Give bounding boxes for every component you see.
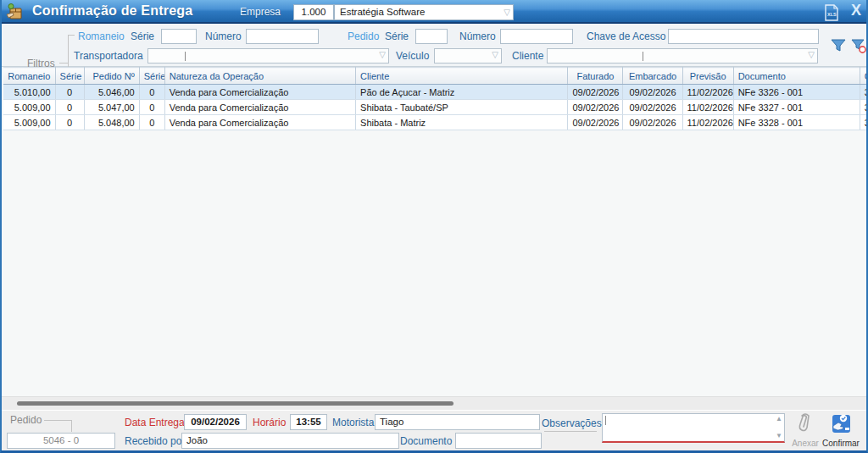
table-cell: 5.010,00 (3, 85, 55, 100)
filter-bar: Filtros Romaneio Série Número Pedido Sér… (2, 24, 866, 67)
pedido-numero-input[interactable] (500, 29, 573, 44)
table-cell: 35. (860, 100, 866, 115)
table-cell: 09/02/2026 (623, 115, 682, 130)
column-header[interactable]: Previsão (682, 68, 733, 85)
observacoes-label: Observações (542, 417, 602, 429)
documento-label: Documento (400, 435, 452, 447)
table-cell: 0 (139, 85, 164, 100)
table-cell: 0 (55, 85, 84, 100)
column-header[interactable]: Natureza da Operação (164, 68, 355, 85)
table-cell: 09/02/2026 (568, 115, 623, 130)
table-cell: 11/02/2026 (682, 100, 733, 115)
horizontal-scrollbar[interactable] (2, 396, 866, 411)
table-cell: 5.009,00 (3, 100, 55, 115)
pedido-serie-input[interactable] (415, 29, 448, 44)
apply-filter-icon[interactable] (830, 37, 847, 54)
data-entrega-input[interactable]: 09/02/2026 (184, 414, 247, 430)
empresa-select[interactable]: Estratégia Software ▽ (334, 4, 514, 20)
text-caret (605, 416, 606, 425)
titlebar: Confirmação de Entrega Empresa 1.000 Est… (0, 0, 868, 24)
confirmar-label: Confirmar (822, 439, 860, 448)
scrollbar-thumb[interactable] (17, 401, 453, 406)
romaneio-serie-input[interactable] (161, 29, 197, 44)
horario-input[interactable]: 13:55 (290, 414, 327, 430)
table-cell: Venda para Comercialização (164, 85, 355, 100)
table-cell: 09/02/2026 (623, 85, 682, 100)
table-cell: 0 (139, 115, 164, 130)
chave-acesso-label: Chave de Acesso (587, 30, 665, 42)
column-header[interactable]: Documento (733, 68, 860, 85)
table-cell: 5.009,00 (3, 115, 55, 130)
pedido-numero-label: Número (459, 30, 496, 42)
table-cell: 09/02/2026 (623, 100, 682, 115)
table-row[interactable]: 5.009,0005.047,000Venda para Comercializ… (3, 100, 866, 115)
empresa-label: Empresa (240, 6, 281, 18)
table-cell: Pão de Açucar - Matriz (356, 85, 568, 100)
chevron-down-icon: ▽ (492, 50, 498, 59)
table-row[interactable]: 5.010,0005.046,000Venda para Comercializ… (3, 85, 866, 100)
close-icon[interactable]: X (848, 2, 865, 20)
chevron-down-icon: ▽ (379, 50, 386, 59)
table-cell: NFe 3326 - 001 (733, 85, 860, 100)
confirmar-button[interactable]: Confirmar (822, 412, 860, 450)
svg-text:XLS: XLS (827, 12, 837, 17)
column-header[interactable]: Cl (860, 68, 866, 85)
text-caret (643, 52, 643, 61)
footer-panel: Pedido 5046 - 0 Data Entrega 09/02/2026 … (2, 410, 866, 451)
column-header[interactable]: Série (139, 68, 164, 85)
transportadora-select[interactable]: ▽ (147, 48, 389, 64)
scroll-down-icon[interactable]: ▼ (776, 433, 782, 439)
export-xls-icon[interactable]: XLS (824, 4, 839, 21)
pedido-group-label: Pedido (10, 414, 42, 426)
column-header[interactable]: Série (55, 68, 84, 85)
window-title: Confirmação de Entrega (32, 3, 192, 19)
table-cell: NFe 3327 - 001 (733, 100, 860, 115)
pedido-number-field[interactable]: 5046 - 0 (7, 433, 115, 449)
documento-input[interactable] (455, 433, 542, 449)
table-cell: 09/02/2026 (568, 100, 623, 115)
motorista-input[interactable]: Tiago (375, 414, 540, 430)
table-row[interactable]: 5.009,0005.048,000Venda para Comercializ… (3, 115, 866, 130)
paperclip-icon (796, 412, 815, 434)
romaneios-table: RomaneioSériePedido NºSérieNatureza da O… (3, 67, 866, 130)
horario-label: Horário (253, 417, 286, 428)
delivery-box-icon (5, 3, 24, 21)
cliente-label: Cliente (512, 50, 543, 62)
table-cell: 0 (55, 100, 84, 115)
column-header[interactable]: Faturado (568, 68, 623, 85)
table-header-row: RomaneioSériePedido NºSérieNatureza da O… (3, 68, 866, 85)
filters-bracket-line (59, 63, 68, 64)
table-cell: NFe 3328 - 001 (733, 115, 860, 130)
clear-filter-icon[interactable] (850, 37, 867, 54)
column-header[interactable]: Embarcado (623, 68, 682, 85)
romaneio-numero-label: Número (205, 30, 242, 42)
scroll-up-icon[interactable]: ▲ (776, 416, 782, 423)
text-caret (185, 52, 186, 61)
romaneio-numero-input[interactable] (246, 29, 319, 44)
observacoes-bracket-line (544, 431, 597, 432)
chave-acesso-input[interactable] (668, 29, 819, 44)
table-cell: Shibata - Matriz (356, 115, 568, 130)
recebido-por-input[interactable]: João (181, 433, 399, 449)
cliente-select[interactable]: ▽ (547, 48, 818, 64)
column-header[interactable]: Cliente (356, 68, 568, 85)
table-cell: 0 (139, 100, 164, 115)
filters-bracket-line (68, 35, 75, 36)
table-cell: Venda para Comercialização (164, 100, 355, 115)
empresa-code-input[interactable]: 1.000 (293, 4, 334, 20)
motorista-label: Motorista (332, 417, 374, 428)
veiculo-select[interactable]: ▽ (434, 48, 502, 64)
column-header[interactable]: Romaneio (3, 68, 55, 85)
table-cell: 0 (55, 115, 84, 130)
romaneios-grid: RomaneioSériePedido NºSérieNatureza da O… (2, 67, 866, 396)
pedido-serie-label: Série (385, 30, 409, 42)
empresa-name-value: Estratégia Software (340, 7, 425, 17)
column-header[interactable]: Pedido Nº (84, 68, 139, 85)
table-cell: 09/02/2026 (568, 85, 623, 100)
anexar-button[interactable]: Anexar (787, 412, 824, 450)
recebido-por-label: Recebido por (125, 435, 185, 447)
pedido-bracket-line (71, 420, 72, 432)
table-cell: 5.046,00 (84, 85, 139, 100)
observacoes-textarea[interactable]: ▲ ▼ (602, 413, 785, 443)
table-cell: 35. (860, 85, 866, 100)
